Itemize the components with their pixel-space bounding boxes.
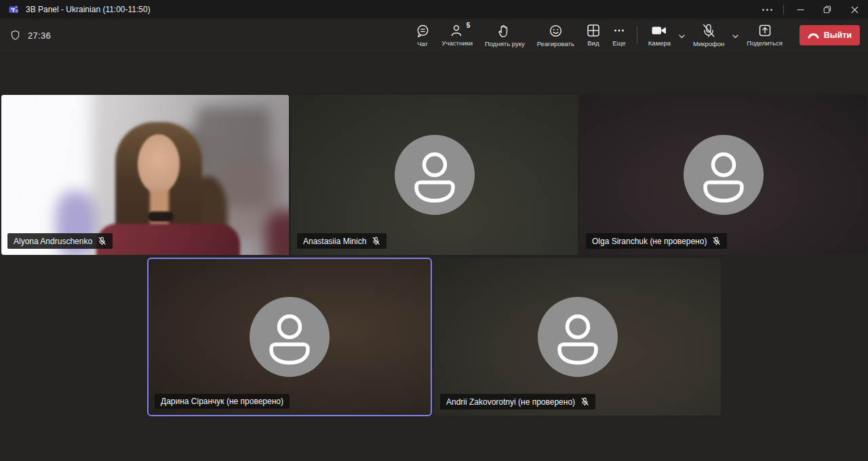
participants-icon bbox=[450, 24, 464, 37]
maximize-button[interactable] bbox=[814, 0, 841, 19]
name-tag: Alyona Andruschenko bbox=[7, 233, 113, 249]
react-button[interactable]: Реагировать bbox=[531, 22, 580, 49]
toolbar-divider bbox=[637, 26, 637, 44]
participant-name: Andrii Zakovorotnyi (не проверено) bbox=[446, 398, 575, 406]
meeting-timer: 27:36 bbox=[9, 19, 51, 52]
more-label: Еще bbox=[612, 39, 625, 47]
window-controls-divider bbox=[783, 5, 784, 14]
camera-button[interactable]: Камера bbox=[642, 22, 677, 48]
titlebar: 3B Panel - Ukrainian (11:00-11:50) bbox=[0, 0, 868, 19]
share-label: Поделиться bbox=[747, 39, 782, 47]
share-icon bbox=[758, 24, 772, 37]
avatar-placeholder-icon bbox=[395, 135, 475, 215]
participant-name: Olga Siranchuk (не проверено) bbox=[592, 237, 707, 245]
minimize-icon bbox=[797, 6, 804, 14]
leave-label: Выйти bbox=[824, 31, 852, 40]
chevron-down-icon bbox=[679, 35, 685, 39]
mic-muted-icon bbox=[580, 397, 589, 406]
more-ellipsis-icon bbox=[612, 24, 626, 37]
participants-label: Участники bbox=[442, 39, 473, 47]
grid-view-icon bbox=[587, 24, 600, 37]
shield-icon bbox=[9, 29, 21, 41]
microphone-button[interactable]: Микрофон bbox=[687, 22, 730, 49]
view-button[interactable]: Вид bbox=[580, 22, 606, 48]
teams-meeting-window: 3B Panel - Ukrainian (11:00-11:50) bbox=[0, 0, 868, 461]
avatar-placeholder-icon bbox=[250, 297, 330, 377]
chat-button[interactable]: Чат bbox=[410, 22, 436, 49]
name-tag: Olga Siranchuk (не проверено) bbox=[586, 233, 727, 249]
camera-on-icon bbox=[651, 24, 667, 37]
microphone-dropdown[interactable] bbox=[730, 35, 741, 39]
name-tag: Anastasiia Minich bbox=[297, 233, 387, 249]
raise-hand-button[interactable]: Поднять руку bbox=[479, 22, 531, 49]
video-grid: Alyona Andruschenko Anastasiia Minich bbox=[0, 52, 868, 461]
name-tag: Andrii Zakovorotnyi (не проверено) bbox=[440, 394, 595, 409]
participant-tile-andrii[interactable]: Andrii Zakovorotnyi (не проверено) bbox=[434, 258, 721, 416]
smiley-icon bbox=[549, 24, 563, 38]
mic-muted-icon bbox=[372, 237, 380, 245]
participants-button[interactable]: 5 Участники bbox=[436, 22, 479, 48]
avatar-placeholder-icon bbox=[538, 297, 618, 377]
teams-logo-icon bbox=[8, 4, 19, 15]
timer-value: 27:36 bbox=[28, 31, 51, 41]
mic-muted-icon bbox=[712, 237, 721, 245]
window-more-button[interactable] bbox=[753, 0, 781, 19]
name-tag: Дарина Сіранчук (не проверено) bbox=[155, 394, 290, 409]
ellipsis-icon bbox=[762, 9, 772, 11]
chat-label: Чат bbox=[417, 40, 428, 47]
participant-tile-alyona[interactable]: Alyona Andruschenko bbox=[1, 95, 289, 255]
meeting-toolbar: 27:36 Чат 5 bbox=[0, 19, 868, 52]
participant-name: Дарина Сіранчук (не проверено) bbox=[161, 397, 283, 405]
chat-icon bbox=[416, 24, 430, 38]
more-button[interactable]: Еще bbox=[606, 22, 632, 48]
raise-hand-icon bbox=[498, 24, 512, 38]
participant-tile-daryna-active-speaker[interactable]: Дарина Сіранчук (не проверено) bbox=[147, 258, 432, 416]
participant-name: Alyona Andruschenko bbox=[14, 237, 92, 245]
raise-hand-label: Поднять руку bbox=[485, 40, 525, 47]
mic-muted-icon bbox=[98, 237, 106, 245]
participant-tile-anastasiia[interactable]: Anastasiia Minich bbox=[291, 95, 578, 255]
mic-muted-icon bbox=[701, 24, 716, 38]
leave-button[interactable]: Выйти bbox=[800, 25, 860, 45]
hang-up-icon bbox=[808, 32, 819, 39]
close-icon bbox=[851, 6, 859, 14]
minimize-button[interactable] bbox=[787, 0, 814, 19]
participants-count-badge: 5 bbox=[467, 22, 471, 29]
chevron-down-icon bbox=[732, 35, 738, 39]
camera-label: Камера bbox=[648, 39, 671, 47]
camera-dropdown[interactable] bbox=[677, 35, 687, 39]
participant-tile-olga[interactable]: Olga Siranchuk (не проверено) bbox=[580, 95, 867, 255]
avatar-placeholder-icon bbox=[684, 135, 764, 215]
participant-name: Anastasiia Minich bbox=[303, 237, 366, 245]
react-label: Реагировать bbox=[537, 40, 574, 47]
window-controls bbox=[753, 0, 868, 19]
toolbar-buttons: Чат 5 Участники Поднять руку bbox=[410, 22, 868, 49]
share-button[interactable]: Поделиться bbox=[741, 22, 788, 48]
restore-icon bbox=[823, 5, 831, 14]
close-button[interactable] bbox=[841, 0, 868, 19]
window-title: 3B Panel - Ukrainian (11:00-11:50) bbox=[26, 5, 151, 14]
microphone-label: Микрофон bbox=[693, 40, 724, 47]
view-label: Вид bbox=[587, 39, 599, 47]
